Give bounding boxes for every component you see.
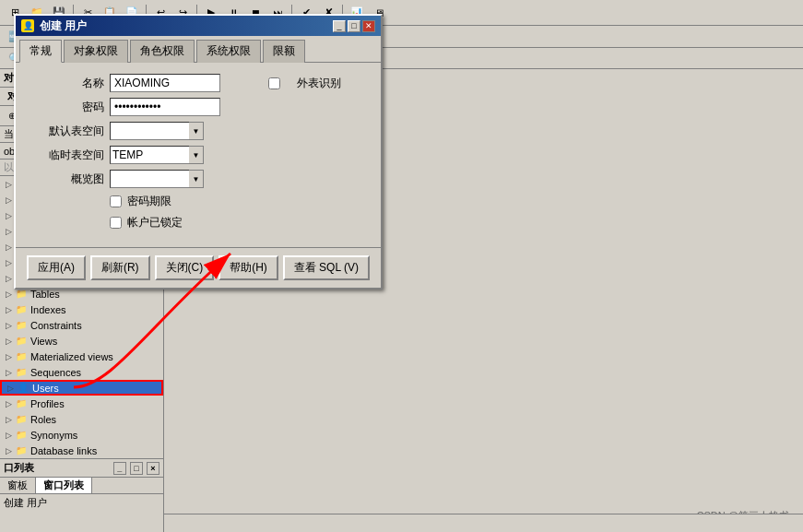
dialog-form: 名称 外表识别 密码 默认表空间 SYSTEM USERS — [16, 63, 381, 247]
bottom-tabs: 窗板 窗口列表 — [0, 478, 163, 494]
default-ts-select-wrapper: SYSTEM USERS ▼ — [110, 122, 204, 140]
dialog-title-text: 创建 用户 — [40, 18, 87, 34]
label-users: Users — [32, 383, 59, 394]
temp-ts-label: 临时表空间 — [30, 148, 104, 163]
dialog-close-btn[interactable]: ✕ — [362, 20, 375, 32]
name-label: 名称 — [30, 76, 104, 91]
expand-dbms-jobs: ▷ — [4, 211, 13, 220]
tree-roles[interactable]: ▷ 📁 Roles — [0, 411, 163, 427]
bottom-panel-float[interactable]: □ — [130, 462, 143, 475]
apply-button[interactable]: 应用(A) — [27, 255, 86, 280]
view-sql-button[interactable]: 查看 SQL (V) — [283, 255, 370, 280]
expand-roles: ▷ — [4, 415, 13, 424]
refresh-button[interactable]: 刷新(R) — [90, 255, 150, 280]
close-button[interactable]: 关闭(C) — [155, 255, 215, 280]
expand-tables: ▷ — [4, 290, 13, 299]
pwd-expire-row: 密码期限 — [110, 194, 366, 209]
expand-constraints: ▷ — [4, 321, 13, 330]
label-synonyms: Synonyms — [30, 430, 77, 441]
create-user-dialog: 👤 创建 用户 _ □ ✕ 常规 对象权限 角色权限 系统权限 — [14, 14, 383, 290]
expand-directories: ▷ — [4, 274, 13, 283]
temp-ts-arrow[interactable]: ▼ — [189, 146, 204, 164]
password-label: 密码 — [30, 100, 104, 115]
bottom-status: 创建 用户 — [0, 494, 163, 512]
password-input[interactable] — [110, 98, 220, 116]
tree-users[interactable]: ▷ 👤 Users — [0, 380, 163, 396]
bottom-panel-header: 口列表 _ □ × — [0, 459, 163, 478]
label-constraints: Constraints — [30, 320, 82, 331]
expand-queue-tables: ▷ — [4, 242, 13, 252]
dialog-title-icon: 👤 — [21, 19, 34, 32]
expand-queues: ▷ — [4, 227, 13, 236]
dialog-tab-role-privs[interactable]: 角色权限 — [130, 40, 195, 63]
dialog-window-controls: _ □ ✕ — [333, 20, 375, 32]
label-roles: Roles — [30, 414, 56, 425]
folder-constraints-icon: 📁 — [15, 319, 28, 332]
tree-sequences[interactable]: ▷ 📁 Sequences — [0, 364, 163, 380]
name-row: 名称 外表识别 — [30, 74, 366, 92]
tree-db-links[interactable]: ▷ 📁 Database links — [0, 443, 163, 458]
default-ts-arrow[interactable]: ▼ — [189, 122, 204, 140]
pwd-expire-checkbox[interactable] — [110, 195, 122, 207]
expand-sequences: ▷ — [4, 368, 13, 377]
tree-constraints[interactable]: ▷ 📁 Constraints — [0, 317, 163, 333]
folder-db-links-icon: 📁 — [15, 444, 28, 457]
account-lock-checkbox[interactable] — [110, 217, 122, 229]
help-button[interactable]: 帮助(H) — [218, 255, 278, 280]
folder-synonyms-icon: 📁 — [15, 429, 28, 442]
dialog-title-group: 👤 创建 用户 — [21, 18, 87, 34]
schema-arrow[interactable]: ▼ — [189, 170, 204, 188]
dialog-tab-quota[interactable]: 限额 — [263, 40, 305, 63]
expand-profiles: ▷ — [4, 399, 13, 408]
temp-ts-row: 临时表空间 TEMP SYSTEM ▼ — [30, 146, 366, 164]
bottom-panel-close[interactable]: × — [147, 462, 159, 475]
expand-indexes: ▷ — [4, 305, 13, 314]
folder-mat-views-icon: 📁 — [15, 350, 28, 363]
status-bar — [164, 514, 803, 532]
folder-users-icon: 👤 — [17, 382, 30, 395]
dialog-footer: 应用(A) 刷新(R) 关闭(C) 帮助(H) 查看 SQL (V) — [16, 247, 381, 288]
folder-views-icon: 📁 — [15, 335, 28, 348]
dialog-tab-sys-privs[interactable]: 系统权限 — [196, 40, 261, 63]
expand-java-classes: ▷ — [4, 195, 13, 205]
tree-indexes[interactable]: ▷ 📁 Indexes — [0, 301, 163, 317]
folder-roles-icon: 📁 — [15, 413, 28, 426]
label-db-links: Database links — [30, 445, 97, 456]
bottom-panel-title: 口列表 — [4, 461, 34, 475]
folder-indexes-icon: 📁 — [15, 303, 28, 316]
dialog-maximize-btn[interactable]: □ — [348, 20, 360, 32]
label-profiles: Profiles — [30, 398, 65, 409]
schema-select-wrapper: ▼ — [110, 170, 204, 188]
external-checkbox[interactable] — [268, 77, 280, 89]
external-label: 外表识别 — [297, 76, 341, 91]
expand-libraries: ▷ — [4, 258, 13, 267]
expand-synonyms: ▷ — [4, 431, 13, 440]
app-background: ⊞ 📁 💾 ✂ 📋 📄 ↩ ↪ ▶ ⏸ ⏹ ⏭ ✔ ✘ 📊 🖥 🆕 📂 🔧 — [0, 0, 803, 532]
name-input[interactable] — [110, 74, 220, 92]
password-row: 密码 — [30, 98, 366, 116]
dialog-minimize-btn[interactable]: _ — [333, 20, 346, 32]
bottom-tab-panel[interactable]: 窗板 — [0, 478, 36, 493]
dialog-tabs: 常规 对象权限 角色权限 系统权限 限额 — [16, 36, 381, 63]
label-views: Views — [30, 336, 57, 347]
tree-profiles[interactable]: ▷ 📁 Profiles — [0, 396, 163, 411]
folder-profiles-icon: 📁 — [15, 397, 28, 410]
dialog-tab-object-privs[interactable]: 对象权限 — [64, 40, 128, 63]
bottom-left-panel: 口列表 _ □ × 窗板 窗口列表 创建 用户 — [0, 458, 164, 532]
temp-ts-select-wrapper: TEMP SYSTEM ▼ — [110, 146, 204, 164]
bottom-tab-window-list[interactable]: 窗口列表 — [36, 478, 92, 493]
expand-db-links: ▷ — [4, 446, 13, 455]
account-lock-row: 帐户已锁定 — [110, 215, 366, 231]
tree-synonyms[interactable]: ▷ 📁 Synonyms — [0, 427, 163, 443]
bottom-panel-controls: _ □ × — [112, 462, 159, 475]
tree-views[interactable]: ▷ 📁 Views — [0, 333, 163, 349]
dialog-tab-general[interactable]: 常规 — [19, 40, 62, 63]
label-mat-views: Materialized views — [30, 351, 113, 362]
folder-sequences-icon: 📁 — [15, 366, 28, 379]
schema-row: 概览图 ▼ — [30, 170, 366, 188]
label-indexes: Indexes — [30, 304, 66, 315]
expand-users: ▷ — [6, 384, 15, 393]
bottom-panel-minimize[interactable]: _ — [113, 462, 126, 475]
tree-mat-views[interactable]: ▷ 📁 Materialized views — [0, 349, 163, 364]
label-sequences: Sequences — [30, 367, 81, 378]
